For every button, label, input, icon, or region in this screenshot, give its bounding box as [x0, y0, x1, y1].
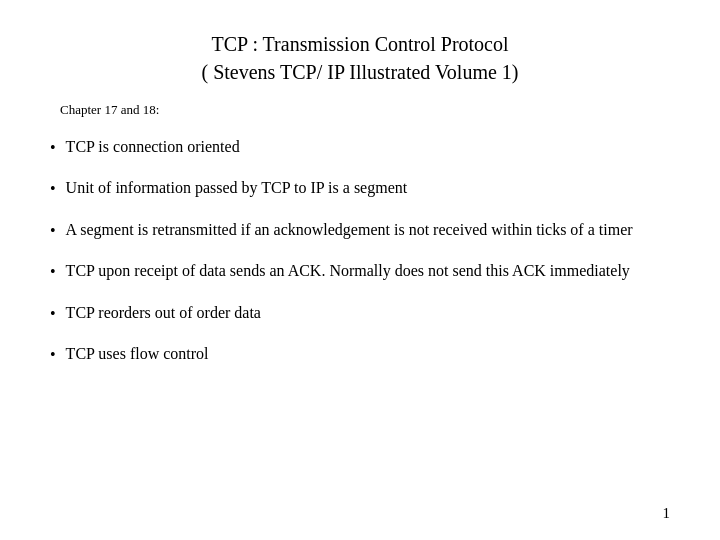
list-item: • TCP reorders out of order data — [50, 302, 670, 325]
slide-page: TCP : Transmission Control Protocol ( St… — [0, 0, 720, 540]
list-item: • TCP uses flow control — [50, 343, 670, 366]
list-item: • TCP is connection oriented — [50, 136, 670, 159]
list-item: • A segment is retransmitted if an ackno… — [50, 219, 670, 242]
bullet-text: A segment is retransmitted if an acknowl… — [66, 219, 670, 241]
page-number: 1 — [663, 505, 671, 522]
list-item: • Unit of information passed by TCP to I… — [50, 177, 670, 200]
slide-title: TCP : Transmission Control Protocol ( St… — [50, 30, 670, 86]
title-line1: TCP : Transmission Control Protocol — [50, 30, 670, 58]
bullet-symbol: • — [50, 178, 56, 200]
bullet-symbol: • — [50, 303, 56, 325]
chapter-label: Chapter 17 and 18: — [60, 102, 670, 118]
bullet-text: Unit of information passed by TCP to IP … — [66, 177, 670, 199]
title-section: TCP : Transmission Control Protocol ( St… — [50, 30, 670, 86]
bullet-symbol: • — [50, 261, 56, 283]
bullet-text: TCP reorders out of order data — [66, 302, 670, 324]
bullet-text: TCP upon receipt of data sends an ACK. N… — [66, 260, 670, 282]
bullet-list: • TCP is connection oriented • Unit of i… — [50, 136, 670, 366]
bullet-symbol: • — [50, 137, 56, 159]
bullet-text: TCP is connection oriented — [66, 136, 670, 158]
title-line2: ( Stevens TCP/ IP Illustrated Volume 1) — [50, 58, 670, 86]
list-item: • TCP upon receipt of data sends an ACK.… — [50, 260, 670, 283]
bullet-text: TCP uses flow control — [66, 343, 670, 365]
bullet-symbol: • — [50, 220, 56, 242]
bullet-symbol: • — [50, 344, 56, 366]
